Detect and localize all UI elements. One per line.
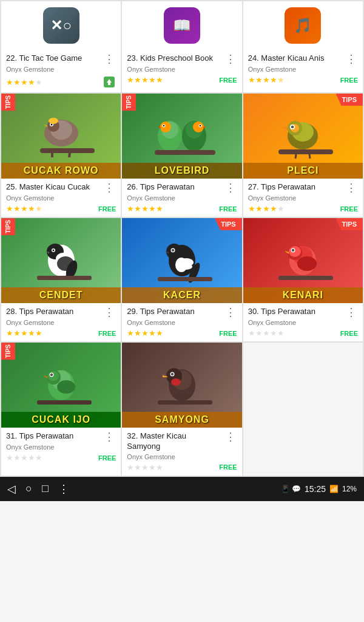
svg-point-45: [175, 258, 187, 272]
more-options-31[interactable]: ⋮: [103, 431, 116, 442]
app-developer-30: Onyx Gemstone: [248, 319, 358, 326]
app-card-23[interactable]: 📖 23. Kids Preschool Book ⋮ Onyx Gemston…: [122, 1, 241, 92]
app-rating-row-29: ★ ★ ★ ★ ★ FREE: [127, 329, 237, 338]
navigation-bar: ◁ ○ □ ⋮: [7, 482, 69, 496]
more-options-23[interactable]: ⋮: [224, 53, 237, 64]
stars-26: ★ ★ ★ ★ ★: [127, 204, 163, 213]
tips-badge-31: TIPS: [1, 343, 15, 360]
svg-point-18: [193, 121, 204, 132]
app-card-29[interactable]: TIPS KACER 29. Tips Perawatan ⋮ Onyx Gem…: [122, 218, 241, 341]
stars-24: ★ ★ ★ ★ ★: [248, 75, 285, 84]
svg-point-76: [172, 374, 172, 374]
app-title-23: 23. Kids Preschool Book: [127, 53, 221, 64]
app-info-29: 29. Tips Perawatan ⋮ Onyx Gemstone ★ ★ ★…: [122, 303, 241, 341]
app-image-26: TIPS LOVEBIRD: [122, 94, 241, 179]
svg-point-15: [163, 125, 164, 126]
app-rating-row-30: ★ ★ ★ ★ ★ FREE: [248, 329, 358, 338]
more-options-22[interactable]: ⋮: [103, 53, 116, 64]
app-image-29: TIPS KACER: [122, 218, 241, 303]
price-30: FREE: [340, 330, 358, 337]
app-card-27[interactable]: TIPS PLECI 27. Tips Perawatan ⋮ Onyx Gem…: [243, 94, 363, 217]
app-card-24[interactable]: 🎵 24. Master Kicau Anis ⋮ Onyx Gemstone …: [243, 1, 363, 92]
app-title-32: 32. Master Kicau Samyong: [127, 431, 221, 452]
bird-label-25: CUCAK ROWO: [1, 163, 121, 179]
app-info-22: 22. Tic Tac Toe Game ⋮ Onyx Gemstone ★ ★…: [1, 50, 121, 92]
app-developer-27: Onyx Gemstone: [248, 194, 358, 202]
more-options-25[interactable]: ⋮: [103, 182, 116, 193]
app-rating-row-24: ★ ★ ★ ★ ★ FREE: [248, 75, 358, 84]
stars-28: ★ ★ ★ ★ ★: [6, 329, 42, 338]
svg-point-20: [200, 125, 201, 126]
svg-point-68: [57, 380, 75, 394]
more-options-29[interactable]: ⋮: [224, 307, 237, 318]
svg-point-67: [51, 374, 52, 375]
svg-rect-8: [40, 148, 95, 153]
clock: 15:25: [305, 484, 326, 494]
app-title-28: 28. Tips Perawatan: [6, 307, 100, 317]
star-4: ★: [28, 78, 35, 87]
app-developer-24: Onyx Gemstone: [248, 66, 358, 73]
svg-point-55: [289, 246, 301, 257]
app-developer-28: Onyx Gemstone: [6, 319, 116, 326]
bird-label-27: PLECI: [243, 163, 363, 179]
stars-27: ★ ★ ★ ★ ★: [248, 204, 285, 213]
svg-rect-21: [155, 150, 215, 155]
more-options-28[interactable]: ⋮: [103, 307, 116, 318]
more-options-24[interactable]: ⋮: [345, 53, 358, 64]
app-developer-29: Onyx Gemstone: [127, 319, 237, 326]
stars-30: ★ ★ ★ ★ ★: [248, 329, 285, 338]
svg-rect-77: [158, 400, 212, 405]
price-26: FREE: [219, 205, 237, 213]
tips-badge-26: TIPS: [122, 94, 136, 111]
svg-line-31: [309, 149, 310, 159]
app-icon-22: ✕○: [43, 7, 79, 44]
install-icon-22[interactable]: [103, 75, 116, 89]
app-rating-row-31: ★ ★ ★ ★ ★ FREE: [6, 453, 116, 462]
more-options-26[interactable]: ⋮: [224, 182, 237, 193]
recent-button[interactable]: □: [42, 482, 49, 495]
app-developer-32: Onyx Gemstone: [127, 453, 237, 460]
app-developer-25: Onyx Gemstone: [6, 194, 116, 202]
stars-22: ★ ★ ★ ★ ★: [6, 78, 42, 87]
svg-point-39: [52, 250, 54, 251]
app-icon-area-24: 🎵: [243, 1, 363, 50]
app-info-32: 32. Master Kicau Samyong ⋮ Onyx Gemstone…: [122, 428, 241, 476]
more-options-32[interactable]: ⋮: [224, 431, 237, 442]
app-icon-24: 🎵: [285, 7, 321, 44]
star-2: ★: [13, 78, 21, 87]
app-title-31: 31. Tips Perawatan: [6, 431, 100, 442]
battery-indicator: 12%: [342, 485, 357, 493]
app-image-25: TIPS CUCAK ROWO: [1, 94, 121, 179]
app-info-30: 30. Tips Perawatan ⋮ Onyx Gemstone ★ ★ ★…: [243, 303, 363, 341]
signal-icon: 📶: [329, 485, 339, 493]
app-developer-26: Onyx Gemstone: [127, 194, 237, 202]
app-card-32[interactable]: SAMYONG 32. Master Kicau Samyong ⋮ Onyx …: [122, 343, 241, 476]
app-title-30: 30. Tips Perawatan: [248, 307, 342, 317]
back-button[interactable]: ◁: [7, 482, 16, 496]
svg-rect-40: [37, 276, 92, 280]
svg-point-28: [292, 126, 294, 128]
app-card-31[interactable]: TIPS CUCAK IJO 31. Tips Perawatan ⋮ Onyx…: [1, 343, 121, 476]
menu-button[interactable]: ⋮: [58, 482, 69, 496]
price-31: FREE: [98, 454, 116, 462]
price-28: FREE: [98, 330, 116, 337]
more-options-27[interactable]: ⋮: [345, 182, 358, 193]
svg-point-58: [293, 250, 294, 250]
price-25: FREE: [98, 205, 116, 213]
tips-badge-25: TIPS: [1, 94, 15, 111]
more-options-30[interactable]: ⋮: [345, 307, 358, 318]
app-icon-area-22: ✕○: [1, 1, 121, 50]
svg-line-30: [295, 149, 297, 159]
app-card-28[interactable]: TIPS CENDET 28. Tips Perawatan ⋮ Onyx Ge…: [1, 218, 121, 341]
app-card-22[interactable]: ✕○ 22. Tic Tac Toe Game ⋮ Onyx Gemstone …: [1, 1, 121, 92]
app-card-30[interactable]: TIPS KENARI 30. Tips Perawatan ⋮ Onyx Ge…: [243, 218, 363, 341]
svg-line-10: [69, 148, 70, 157]
app-developer-31: Onyx Gemstone: [6, 443, 116, 451]
app-card-26[interactable]: TIPS LOVEBIRD 26. Tips Perawatan ⋮ Onyx …: [122, 94, 241, 217]
svg-rect-60: [278, 276, 333, 280]
app-card-25[interactable]: TIPS CUCAK ROWO 25. Master Kicau Cucak ⋮…: [1, 94, 121, 217]
app-rating-row-26: ★ ★ ★ ★ ★ FREE: [127, 204, 237, 213]
bird-label-26: LOVEBIRD: [122, 163, 241, 179]
home-button[interactable]: ○: [25, 482, 32, 495]
app-info-27: 27. Tips Perawatan ⋮ Onyx Gemstone ★ ★ ★…: [243, 179, 363, 217]
